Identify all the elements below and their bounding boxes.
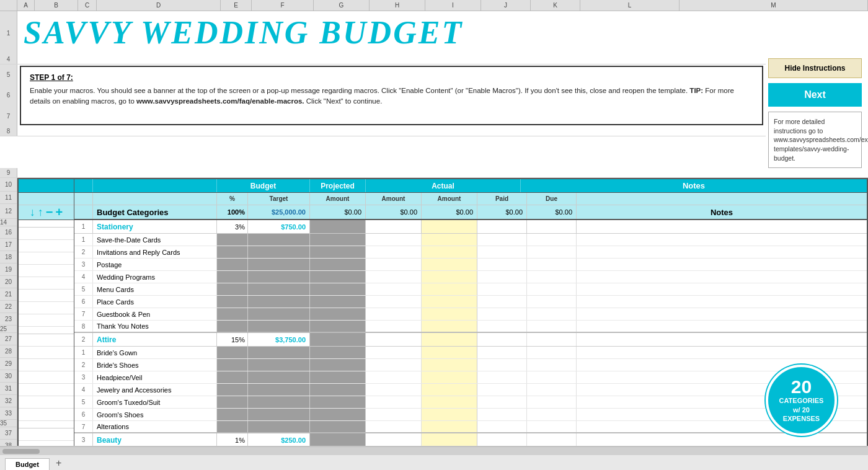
- instructions-box-rows: 5 6 7 STEP 1 of 7: Enable your macros. Y…: [0, 64, 766, 126]
- attire-section-header: 2 Attire 15% $3,750.00: [74, 333, 867, 347]
- beauty-target: $250.00: [248, 433, 310, 446]
- hide-instructions-button[interactable]: Hide Instructions: [768, 58, 862, 78]
- notes-header-label: Notes: [577, 205, 867, 219]
- item-name: Menu Cards: [93, 283, 217, 295]
- table-row: 6 Place Cards: [74, 296, 867, 308]
- target-subheader: Target: [248, 193, 310, 205]
- table-row: 4 Wedding Programs: [74, 271, 867, 283]
- totals-pct: 100%: [217, 205, 248, 219]
- stationery-target: $750.00: [248, 220, 310, 233]
- minus-icon[interactable]: −: [46, 205, 53, 219]
- item-name: Invitations and Reply Cards: [93, 246, 217, 258]
- controls-column: ↓ ↑ − +: [19, 179, 74, 470]
- arrow-up-icon[interactable]: ↑: [38, 206, 43, 219]
- item-name: Headpiece/Veil: [93, 371, 217, 383]
- col-header-j: J: [481, 0, 531, 11]
- col-header-k: K: [531, 0, 580, 11]
- table-row: 7 Alterations: [74, 421, 867, 433]
- stationery-category-name: Stationery: [97, 223, 133, 231]
- table-row: 1 Bride's Gown: [74, 347, 867, 359]
- more-info-box: For more detailed instructions go to www…: [768, 112, 862, 168]
- table-row: 5 Groom's Tuxedo/Suit: [74, 396, 867, 409]
- due-subheader: Due: [527, 193, 577, 205]
- plus-icon[interactable]: +: [56, 205, 63, 219]
- table-row: 4 Jewelry and Accessories: [74, 384, 867, 396]
- col-header-c: C: [78, 0, 97, 11]
- item-name: Groom's Shoes: [93, 409, 217, 420]
- sheet-tabs: Budget +: [0, 455, 868, 470]
- badge-w20-label: w/ 20: [793, 406, 810, 414]
- col-header-m: M: [680, 0, 868, 11]
- actual-amount-subheader: Amount: [422, 193, 477, 205]
- categories-badge: 20 CATEGORIES w/ 20 EXPENSES: [766, 365, 837, 436]
- col-header-e: E: [221, 0, 252, 11]
- actual-header: Actual: [366, 179, 521, 192]
- item-name: Bride's Shoes: [93, 359, 217, 371]
- table-header-row2: % Target Amount Amount Amount: [74, 193, 867, 205]
- projected-header: Projected: [310, 179, 366, 192]
- table-row: 5 Menu Cards: [74, 283, 867, 296]
- budget-categories-label: Budget Categories: [93, 205, 217, 219]
- col-header-g: G: [314, 0, 370, 11]
- bottom-bar: Budget +: [0, 446, 868, 470]
- totals-due: $0.00: [527, 205, 577, 219]
- col-header-i: I: [425, 0, 481, 11]
- attire-pct: 15%: [217, 333, 248, 346]
- item-name: Bride's Gown: [93, 347, 217, 358]
- badge-number: 20: [791, 378, 812, 396]
- item-name: Jewelry and Accessories: [93, 384, 217, 396]
- add-sheet-button[interactable]: +: [50, 456, 68, 470]
- col-header-l: L: [580, 0, 680, 11]
- row-8: 8: [0, 126, 766, 136]
- col-header-h: H: [370, 0, 425, 11]
- right-panel: Hide Instructions Next For more detailed…: [766, 55, 868, 168]
- col-header-f: F: [252, 0, 314, 11]
- badge-categories-label: CATEGORIES: [779, 396, 824, 405]
- table-header-row1: Budget Projected Actual Notes: [74, 179, 867, 193]
- scrollbar-thumb[interactable]: [2, 449, 40, 454]
- stationery-pct: 3%: [217, 220, 248, 233]
- sheet-tab-budget[interactable]: Budget: [5, 458, 50, 470]
- budget-table-area: 10 11 12 14 16 17 18 19 20 21 22 23 25 2…: [0, 178, 868, 470]
- col-header-a: A: [17, 0, 35, 11]
- totals-row: Budget Categories 100% $25,000.00 $0.00 …: [74, 205, 867, 220]
- item-name: Guestbook & Pen: [93, 308, 217, 320]
- item-name: Alterations: [93, 421, 217, 432]
- beauty-category-name: Beauty: [97, 436, 122, 445]
- table-row: 2 Invitations and Reply Cards: [74, 246, 867, 259]
- title-row: 1 SAVVY WEDDING BUDGET: [0, 11, 868, 55]
- table-row: 6 Groom's Shoes: [74, 409, 867, 421]
- paid-subheader: Paid: [477, 193, 527, 205]
- stationery-section-header: 1 Stationery 3% $750.00: [74, 220, 867, 234]
- instructions-body: Enable your macros. You should see a ban…: [30, 86, 753, 107]
- item-name: Thank You Notes: [93, 321, 217, 332]
- instructions-box: STEP 1 of 7: Enable your macros. You sho…: [20, 66, 763, 125]
- table-row: 3 Postage: [74, 259, 867, 271]
- item-name: Wedding Programs: [93, 271, 217, 283]
- beauty-pct: 1%: [217, 433, 248, 446]
- table-row: 8 Thank You Notes: [74, 321, 867, 333]
- arrow-down-icon[interactable]: ↓: [30, 206, 35, 219]
- row-4: 4: [0, 55, 766, 64]
- instructions-section: 4 5 6 7 STEP 1 of 7: Enable your macros.…: [0, 55, 868, 168]
- pct-subheader: %: [217, 193, 248, 205]
- item-name: Place Cards: [93, 296, 217, 308]
- table-row: 2 Bride's Shoes: [74, 359, 867, 371]
- table-columns: Budget Projected Actual Notes: [74, 179, 867, 470]
- table-row: 7 Guestbook & Pen: [74, 308, 867, 321]
- scrollbar-area[interactable]: [0, 446, 868, 455]
- row-num-1: 1: [0, 11, 17, 55]
- item-name: Postage: [93, 259, 217, 270]
- table-row: 1 Save-the-Date Cards: [74, 234, 867, 246]
- next-button[interactable]: Next: [768, 83, 862, 107]
- row-9: 9: [0, 168, 868, 178]
- totals-projected-amount: $0.00: [366, 205, 422, 219]
- table-row: 3 Headpiece/Veil: [74, 371, 867, 384]
- budget-header: Budget: [217, 179, 310, 192]
- step-label: STEP 1 of 7:: [30, 73, 753, 82]
- totals-budget-amount: $0.00: [310, 205, 366, 219]
- badge-expenses-label: EXPENSES: [783, 414, 820, 423]
- attire-category-name: Attire: [97, 335, 116, 344]
- spreadsheet: A B C D E F G H I J K L M 1 SAVVY WEDDIN…: [0, 0, 868, 470]
- app-title: SAVVY WEDDING BUDGET: [24, 17, 463, 49]
